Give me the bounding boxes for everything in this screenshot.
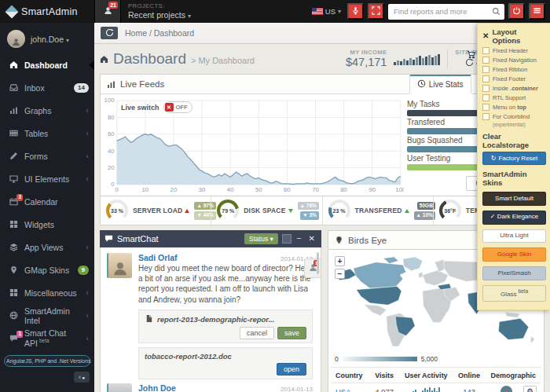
close-icon[interactable]: ✕ (482, 32, 489, 40)
logout-button[interactable] (508, 3, 525, 20)
column-header-online[interactable]: Online (453, 368, 486, 383)
layout-option-fixed-footer[interactable]: Fixed Footer (482, 75, 546, 82)
smartchat-title: SmartChat (117, 234, 159, 244)
projects-value: Recent projects ▾ (128, 10, 191, 20)
layout-option-fixed-navigation[interactable]: Fixed Navigation (482, 57, 546, 64)
sidebar-item-graphs[interactable]: Graphs‹ (0, 99, 94, 122)
activity-button[interactable]: 21 (94, 0, 121, 23)
message-author-link[interactable]: John Doe (138, 383, 176, 392)
chat-icon: 1 (8, 334, 19, 343)
factory-reset-button[interactable]: ↻Factory Reset (482, 152, 546, 165)
sidebar-item-label: Inbox (24, 83, 45, 93)
layout-option-menu-on-top[interactable]: Menu on top (482, 104, 546, 111)
chat-minimize-button[interactable]: − (295, 235, 303, 243)
skin-glass[interactable]: Glassbeta (482, 285, 546, 302)
menu-button[interactable] (529, 3, 545, 20)
avatar (7, 30, 25, 48)
tab-live-stats[interactable]: Live Stats (409, 75, 471, 93)
row-settings-button[interactable]: ⚙ (523, 386, 537, 392)
reset-widgets-button[interactable] (101, 27, 118, 39)
country-link[interactable]: USA (336, 387, 351, 392)
logo[interactable]: SmartAdmin (0, 6, 94, 17)
message-header: John Doe2014-01-13 (138, 383, 313, 392)
sidebar-item-dashboard[interactable]: Dashboard (0, 53, 94, 76)
fullscreen-button[interactable] (368, 3, 384, 20)
column-header-user-activity[interactable]: User Activity (399, 368, 453, 383)
stat-knob[interactable] (439, 200, 461, 222)
svg-text:0: 0 (111, 181, 114, 189)
open-button[interactable]: open (277, 363, 306, 376)
checkbox[interactable] (482, 66, 490, 73)
chat-status-button[interactable]: Status ▾ (244, 233, 278, 244)
save-button[interactable]: save (277, 327, 306, 339)
live-feeds-title: Live Feeds (120, 79, 164, 89)
sidebar-item-label: UI Elements (24, 174, 69, 184)
cancel-button[interactable]: cancel (240, 327, 274, 339)
skin-ultra-light[interactable]: Ultra Light (482, 229, 546, 244)
sidebar-item-smartadmin-intel[interactable]: SmartAdmin Intel‹ (0, 304, 94, 327)
versions-pill[interactable]: AngularJS, PHP and .Net Versions (4, 355, 90, 367)
checkbox[interactable] (482, 47, 490, 54)
minify-nav-button[interactable]: ‹● (74, 372, 90, 383)
sidebar-item-forms[interactable]: Forms‹ (0, 145, 94, 167)
column-header-country[interactable]: Country (331, 368, 370, 383)
voice-command-button[interactable] (347, 3, 364, 20)
sidebar-item-smart-chat-api[interactable]: 1Smart Chat APIbeta‹ (0, 327, 94, 350)
stat-badge: ▲ 76% (298, 202, 319, 211)
layout-option-inside-container[interactable]: Inside .container (482, 85, 546, 92)
sidebar-item-widgets[interactable]: Widgets (0, 213, 94, 236)
chat-scrollbar[interactable] (317, 252, 319, 274)
checkbox[interactable] (482, 85, 490, 92)
language-selector[interactable]: US ▾ (312, 7, 341, 16)
layout-option-for-colorblind[interactable]: For Colorblind (482, 113, 546, 120)
projects-dropdown[interactable]: PROJECTS: Recent projects ▾ (128, 3, 191, 20)
sidebar: john.Doe ▾ DashboardInbox14Graphs‹Tables… (0, 23, 94, 392)
stat-knob[interactable] (328, 200, 350, 222)
sidebar-item-miscellaneous[interactable]: Miscellaneous‹ (0, 281, 94, 304)
search-input[interactable] (394, 7, 492, 16)
sidebar-item-gmap-skins[interactable]: GMap Skins9 (0, 258, 94, 281)
refresh-icon (105, 28, 114, 38)
bar-chart-icon (8, 106, 19, 115)
layout-options-title: Layout Options (492, 27, 546, 45)
message-content: John Doe2014-01-13Haha! Yeah i know what… (138, 383, 313, 392)
chevron-icon: ‹ (86, 106, 89, 115)
skin-smart-default[interactable]: Smart Default (482, 192, 546, 206)
checkbox[interactable] (482, 104, 490, 111)
column-header-demographic[interactable]: Demographic (486, 368, 541, 383)
layout-option-rtl-support[interactable]: RTL Support (482, 94, 546, 101)
inbox-icon (8, 83, 19, 92)
map-zoom-out-button[interactable]: − (335, 269, 345, 279)
attachment-filename: report-2013-demographic-repor... (145, 314, 306, 324)
chat-collapse-box[interactable] (282, 234, 292, 244)
sidebar-item-inbox[interactable]: Inbox14 (0, 76, 94, 99)
map-zoom-in-button[interactable]: + (335, 256, 345, 266)
message-author-link[interactable]: Sadi Orlaf (138, 253, 178, 262)
skin-pixelsmash[interactable]: PixelSmash (482, 266, 546, 280)
sidebar-item-app-views[interactable]: App Views‹ (0, 236, 94, 258)
checkbox[interactable] (482, 113, 490, 120)
checkbox[interactable] (482, 94, 490, 101)
checkbox[interactable] (482, 57, 490, 64)
layout-option-fixed-ribbon[interactable]: Fixed Ribbon (482, 66, 546, 73)
search-icon[interactable] (492, 7, 500, 16)
sidebar-item-calendar[interactable]: 3Calendar (0, 190, 94, 213)
column-header-visits[interactable]: Visits (370, 368, 399, 383)
live-switch-toggle[interactable]: ✕OFF (163, 101, 192, 113)
stat-label: DISK SPACE (244, 207, 292, 214)
svg-text:90: 90 (368, 186, 376, 193)
stat-knob[interactable] (106, 200, 128, 222)
table-row: USA4,977143⚙ (331, 383, 541, 392)
chevron-icon: ‹ (86, 311, 89, 320)
sidebar-item-ui-elements[interactable]: UI Elements‹ (0, 167, 94, 190)
logo-icon (6, 5, 19, 18)
sidebar-user[interactable]: john.Doe ▾ (0, 23, 94, 53)
skin-dark-elegance[interactable]: ✓ Dark Elegance (482, 211, 546, 225)
chat-close-button[interactable]: ✕ (307, 235, 317, 243)
skin-google-skin[interactable]: Google Skin (482, 247, 546, 262)
svg-text:50: 50 (255, 186, 262, 193)
sidebar-item-tables[interactable]: Tables‹ (0, 122, 94, 145)
layout-option-fixed-header[interactable]: Fixed Header (482, 47, 546, 54)
checkbox[interactable] (482, 75, 490, 82)
stat-knob[interactable] (217, 200, 239, 222)
